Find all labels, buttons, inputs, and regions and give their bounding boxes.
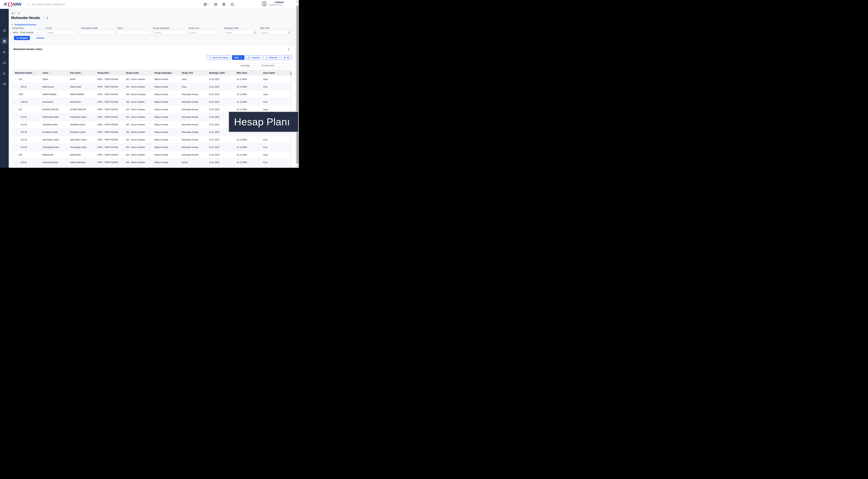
chevron-down-icon[interactable] xyxy=(40,32,42,34)
table-cell[interactable]: Vadeli Mevduat xyxy=(68,166,95,168)
table-cell[interactable]: Banka xyxy=(180,159,207,166)
table-cell[interactable]: BANKALAR xyxy=(68,151,95,159)
table-cell[interactable]: Bilanço Hesabı xyxy=(152,83,180,91)
table-row[interactable]: 102.01Vadesiz MevduatVadesiz MevduatHP01… xyxy=(12,159,290,166)
table-cell[interactable]: 01.01.2022 xyxy=(207,151,235,159)
table-cell[interactable]: Bilanço Hesabı xyxy=(152,143,180,151)
sidebar-item-hr[interactable] xyxy=(0,50,9,54)
table-cell[interactable]: HP01 - TDHP KURUM xyxy=(95,91,124,98)
scroll-down-icon[interactable]: ▼ xyxy=(290,166,291,167)
table-cell[interactable]: 31.12.9999 xyxy=(235,166,261,168)
page-scrollbar-thumb[interactable] xyxy=(297,6,299,164)
table-cell[interactable]: Bilanço Hesabı xyxy=(152,75,180,83)
table-cell[interactable]: HP01 - TDHP KURUM xyxy=(95,159,124,166)
sort-icon[interactable]: ↑↓ xyxy=(82,72,83,74)
copy-button[interactable]: Kopyala xyxy=(246,55,262,60)
muhasebe-hesabi-input[interactable] xyxy=(83,31,113,34)
table-cell[interactable]: Hayır xyxy=(261,91,290,98)
table-cell[interactable]: 31.12.9999 xyxy=(235,91,261,98)
calendar-button[interactable] xyxy=(214,3,217,6)
table-cell[interactable]: Iade Edilen Çekler xyxy=(40,136,68,143)
table-cell[interactable]: Evet xyxy=(261,143,290,151)
edit-button[interactable]: Düzenle xyxy=(264,55,280,60)
user-menu[interactable]: hvltest1 Standart Profil, ... xyxy=(261,1,284,6)
row-expand-chevron-icon[interactable] xyxy=(15,108,17,110)
table-cell[interactable]: Evet xyxy=(261,83,290,91)
table-cell[interactable]: 102.01 xyxy=(12,159,40,166)
query-criteria-toggle[interactable]: Sorgulama Kriterleri xyxy=(11,24,36,26)
table-cell[interactable]: ALINAN ÇEKLER xyxy=(68,106,95,113)
table-cell[interactable]: HP01 - TDHP KURUM xyxy=(95,128,124,136)
table-cell[interactable]: HP01 - TDHP KURUM xyxy=(95,98,124,106)
table-cell[interactable]: 01.01.2022 xyxy=(207,166,235,168)
table-cell[interactable]: Teminattaki Çekler xyxy=(40,143,68,151)
table-cell[interactable]: Muhasebe Hesabı xyxy=(180,106,207,113)
calendar-icon[interactable] xyxy=(254,31,256,34)
sort-icon[interactable]: ↑↓ xyxy=(50,72,51,74)
table-cell[interactable]: Muhasebe Hesabı xyxy=(180,143,207,151)
table-cell[interactable]: Bilanço Hesabı xyxy=(152,91,180,98)
table-cell[interactable]: ALINAN ÇEKLER xyxy=(40,106,68,113)
table-cell[interactable]: HP01 - TDHP KURUM xyxy=(95,83,124,91)
baslangic-tarihi-datepicker[interactable]: Seçiniz xyxy=(224,30,258,35)
favorite-star-icon[interactable] xyxy=(18,12,20,14)
table-cell[interactable]: Bilanço Hesabı xyxy=(152,151,180,159)
table-cell[interactable]: 01.01.2022 xyxy=(207,98,235,106)
add-button[interactable]: Ekle xyxy=(232,55,245,60)
table-cell[interactable]: HP01 - TDHP KURUM xyxy=(95,166,124,168)
table-cell[interactable]: 001 - Dönen Varlıklar xyxy=(124,166,152,168)
row-expand-chevron-icon[interactable] xyxy=(15,93,17,95)
sort-icon[interactable]: ↑↓ xyxy=(248,72,250,74)
table-cell[interactable]: 01.01.2022 xyxy=(207,143,235,151)
table-cell[interactable]: 001 - Dönen Varlıklar xyxy=(124,83,152,91)
hesap-turu-select[interactable]: Seçiniz xyxy=(189,30,222,35)
table-cell[interactable]: 101.03 xyxy=(12,128,40,136)
column-header[interactable]: Muhasebe Hesabı↑↓ xyxy=(12,70,40,75)
table-row[interactable]: 102BANKALARBANKALARHP01 - TDHP KURUM001 … xyxy=(12,151,290,159)
table-cell[interactable]: Bilanço Hesabı xyxy=(152,106,180,113)
table-cell[interactable]: Vadeli Mevduat xyxy=(40,166,68,168)
table-cell[interactable]: AMORTİSMAN xyxy=(40,91,68,98)
table-cell[interactable]: 001 - Dönen Varlıklar xyxy=(124,121,152,128)
table-cell[interactable]: 001 - Dönen Varlıklar xyxy=(124,113,152,121)
scroll-down-icon[interactable]: ▼ xyxy=(297,165,298,167)
table-row[interactable]: 100.01Nakit KasasiNakit KasasiHP01 - TDH… xyxy=(12,83,290,91)
print-button[interactable] xyxy=(204,2,209,6)
table-cell[interactable]: Iade Edilen Çekler xyxy=(68,136,95,143)
table-cell[interactable]: Nakit Kasasi xyxy=(40,83,68,91)
table-cell[interactable]: Muhasebe Hesabı xyxy=(180,136,207,143)
table-cell[interactable]: Tahsildeki Çekler xyxy=(40,121,68,128)
table-cell[interactable]: Muhasebe Hesabı xyxy=(180,91,207,98)
table-cell[interactable]: HP01 - TDHP KURUM xyxy=(95,136,124,143)
calendar-icon[interactable] xyxy=(288,31,290,34)
table-cell[interactable]: 31.12.9999 xyxy=(235,143,261,151)
table-cell[interactable]: HP01 - TDHP KURUM xyxy=(95,121,124,128)
table-row[interactable]: 100KASAKASAHP01 - TDHP KURUM001 - Dönen … xyxy=(12,75,290,83)
column-header[interactable]: Bitiş Tarihi↑↓ xyxy=(235,70,261,75)
query-button[interactable]: Sorgula xyxy=(14,36,30,40)
scroll-up-icon[interactable]: ▲ xyxy=(297,1,298,2)
table-cell[interactable]: 002 - Duran Varlıklar xyxy=(124,98,152,106)
clear-icon[interactable] xyxy=(36,32,38,34)
table-cell[interactable]: 01.01.2022 xyxy=(207,91,235,98)
table-cell[interactable]: 31.12.9999 xyxy=(235,159,261,166)
column-header[interactable]: Hesap Planı↑↓ xyxy=(95,70,124,75)
table-cell[interactable]: Vadesiz Mevduat xyxy=(68,159,95,166)
table-cell[interactable]: Muhasebe Hesabı xyxy=(180,128,207,136)
bitis-tarihi-datepicker[interactable]: Seçiniz xyxy=(260,30,292,35)
table-cell[interactable]: Tahsildeki Çekler xyxy=(68,121,95,128)
page-more-menu[interactable]: ⋮ xyxy=(46,16,49,20)
table-row[interactable]: 101.05Teminattaki ÇeklerTeminattaki Çekl… xyxy=(12,143,290,151)
column-header[interactable]: Hesap Grubu↑↓ xyxy=(124,70,152,75)
table-cell[interactable]: Bilanço Hesabı xyxy=(152,136,180,143)
table-cell[interactable]: 101.01 xyxy=(12,113,40,121)
info-icon[interactable] xyxy=(230,2,234,6)
sidebar-item-apps[interactable] xyxy=(0,82,9,86)
table-cell[interactable]: 31.12.9999 xyxy=(235,136,261,143)
kovan-logo[interactable]: K❮❯VAN xyxy=(4,2,21,7)
export-dropdown[interactable]: Dışa Aktar xyxy=(239,63,258,68)
table-cell[interactable]: Hayır xyxy=(261,151,290,159)
clear-button[interactable]: Temizle xyxy=(35,37,45,39)
column-header[interactable]: Tanım↑↓ xyxy=(40,70,68,75)
import-excel-button[interactable]: Excel'den Aktar xyxy=(207,55,231,60)
